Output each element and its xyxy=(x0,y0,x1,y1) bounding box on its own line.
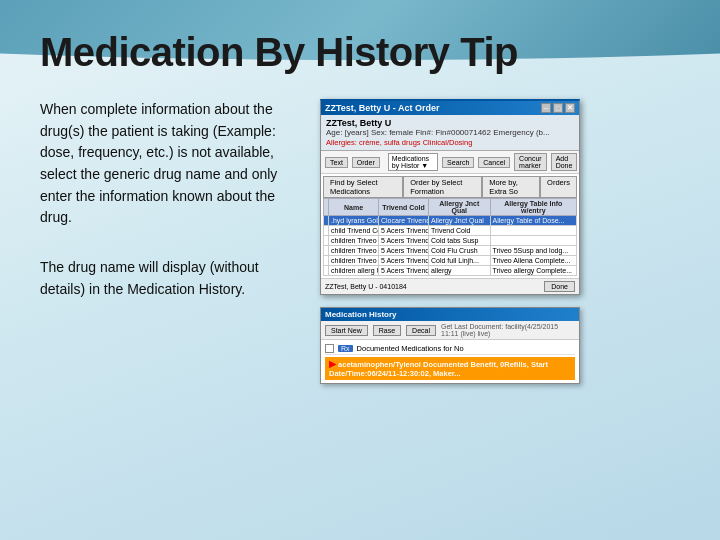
row-info: Triveo 5Susp and lodg... xyxy=(490,246,576,256)
row-allergy: Cold Flu Crush xyxy=(429,246,491,256)
admin-tab[interactable]: Order by Select Formation xyxy=(403,176,482,197)
search-btn[interactable]: Search xyxy=(442,157,474,168)
bottom-dialog-titlebar: Medication History xyxy=(321,308,579,321)
body-paragraph-1: When complete information about the drug… xyxy=(40,99,300,229)
table-row[interactable]: children Triveo 50 yu... 5 Acers Trivend… xyxy=(324,246,577,256)
allergies-info: Allergies: crème, sulfa drugs Clinical/D… xyxy=(326,138,574,147)
dialog-footer: ZZTest, Betty U - 0410184 Done xyxy=(321,278,579,294)
row-info: Triveo allergy Complete... xyxy=(490,266,576,276)
patient-info: Age: [years] Sex: female Fin#: Fin#00007… xyxy=(326,128,550,137)
row-strength: 5 Acers Trivend xyxy=(379,236,429,246)
bottom-toolbar: Start New Rase Decal Get Last Document: … xyxy=(321,321,579,340)
table-row[interactable]: children Triveo 50 ml 6... 5 Acers Trive… xyxy=(324,256,577,266)
row-allergy: Allergy Jnct Qual xyxy=(429,216,491,226)
content-tabs: Find by Select Medications Order by Sele… xyxy=(323,176,577,198)
titlebar-buttons: ─ □ ✕ xyxy=(541,103,575,113)
text-tab-btn[interactable]: Text xyxy=(325,157,348,168)
row-info: Allergy Table of Dose... xyxy=(490,216,576,226)
col-header-info: Allergy Table Info w/entry xyxy=(490,199,576,216)
row-info xyxy=(490,226,576,236)
bottom-dialog-window: Medication History Start New Rase Decal … xyxy=(320,307,580,384)
maximize-button[interactable]: □ xyxy=(553,103,563,113)
dialog-titlebar: ZZTest, Betty U - Act Order ─ □ ✕ xyxy=(321,101,579,115)
medications-table: Name Trivend Cold Allergy Jnct Qual Alle… xyxy=(323,198,577,276)
add-btn[interactable]: Concur marker xyxy=(514,153,547,171)
extra-tab[interactable]: More by, Extra So xyxy=(482,176,540,197)
top-dialog-window: ZZTest, Betty U - Act Order ─ □ ✕ ZZTest… xyxy=(320,99,580,295)
table-row[interactable]: children allerg Ur 5 Acers Trivend aller… xyxy=(324,266,577,276)
row-name: children Triveo 50 yu... xyxy=(329,246,379,256)
col-header-name: Name xyxy=(329,199,379,216)
row-allergy: allergy xyxy=(429,266,491,276)
decal-btn[interactable]: Decal xyxy=(406,325,436,336)
body-paragraph-2: The drug name will display (without deta… xyxy=(40,257,300,300)
row-name: .hyd lyrans Gold Multi... xyxy=(329,216,379,226)
section-badge: Rx xyxy=(338,345,353,352)
section-checkbox[interactable] xyxy=(325,344,334,353)
bottom-content: Rx Documented Medications for No ▶ aceta… xyxy=(321,340,579,383)
row-allergy: Cold full Linjh... xyxy=(429,256,491,266)
row-name: children Triveo 50 mg/5... xyxy=(329,236,379,246)
row-info xyxy=(490,236,576,246)
close-button[interactable]: ✕ xyxy=(565,103,575,113)
row-allergy: Trivend Cold xyxy=(429,226,491,236)
dialog-header: ZZTest, Betty U Age: [years] Sex: female… xyxy=(321,115,579,151)
table-row[interactable]: child Trivend Cold Mult... 5 Acers Trive… xyxy=(324,226,577,236)
row-name: child Trivend Cold Mult... xyxy=(329,226,379,236)
row-strength: 5 Acers Trivend xyxy=(379,266,429,276)
footer-text: ZZTest, Betty U - 0410184 xyxy=(325,283,407,290)
section-label: Documented Medications for No xyxy=(357,344,464,353)
patient-info-row: Age: [years] Sex: female Fin#: Fin#00007… xyxy=(326,128,574,137)
row-strength: 5 Acers Trivend xyxy=(379,256,429,266)
row-info: Triveo Allena Complete... xyxy=(490,256,576,266)
row-strength: 5 Acers Trivend xyxy=(379,226,429,236)
highlighted-medication-row[interactable]: ▶ acetaminophen/Tylenol Documented Benef… xyxy=(325,357,575,380)
extra2-tab[interactable]: Orders xyxy=(540,176,577,197)
col-header-allergy: Allergy Jnct Qual xyxy=(429,199,491,216)
rase-btn[interactable]: Rase xyxy=(373,325,401,336)
table-row[interactable]: .hyd lyrans Gold Multi... Clocare Triven… xyxy=(324,216,577,226)
order-tab-btn[interactable]: Order xyxy=(352,157,380,168)
start-new-btn[interactable]: Start New xyxy=(325,325,368,336)
row-name: children allerg Ur xyxy=(329,266,379,276)
dialog-toolbar: Text Order Medications by Histor ▼ Searc… xyxy=(321,151,579,174)
bottom-dialog-title: Medication History xyxy=(325,310,397,319)
last-document-info: Get Last Document: facility(4/25/2015 11… xyxy=(441,323,575,337)
medication-dropdown[interactable]: Medications by Histor ▼ xyxy=(388,153,438,171)
minimize-button[interactable]: ─ xyxy=(541,103,551,113)
dialog-title: ZZTest, Betty U - Act Order xyxy=(325,103,440,113)
dialog-content: Find by Select Medications Order by Sele… xyxy=(321,174,579,278)
medication-highlight-text: acetaminophen/Tylenol Documented Benefit… xyxy=(329,360,548,378)
alert-icon: ▶ xyxy=(329,359,336,369)
table-row[interactable]: children Triveo 50 mg/5... 5 Acers Trive… xyxy=(324,236,577,246)
page-title: Medication By History Tip xyxy=(40,30,680,75)
section-header-row: Rx Documented Medications for No xyxy=(325,343,575,355)
patient-name: ZZTest, Betty U xyxy=(326,118,574,128)
cancel-btn[interactable]: Cancel xyxy=(478,157,510,168)
medications-tab[interactable]: Find by Select Medications xyxy=(323,176,403,197)
row-strength: 5 Acers Trivend xyxy=(379,246,429,256)
row-strength: Clocare Trivend xyxy=(379,216,429,226)
done-button[interactable]: Done xyxy=(544,281,575,292)
add2-btn[interactable]: Add Done xyxy=(551,153,578,171)
row-name: children Triveo 50 ml 6... xyxy=(329,256,379,266)
row-allergy: Cold tabs Susp xyxy=(429,236,491,246)
col-header-strength: Trivend Cold xyxy=(379,199,429,216)
